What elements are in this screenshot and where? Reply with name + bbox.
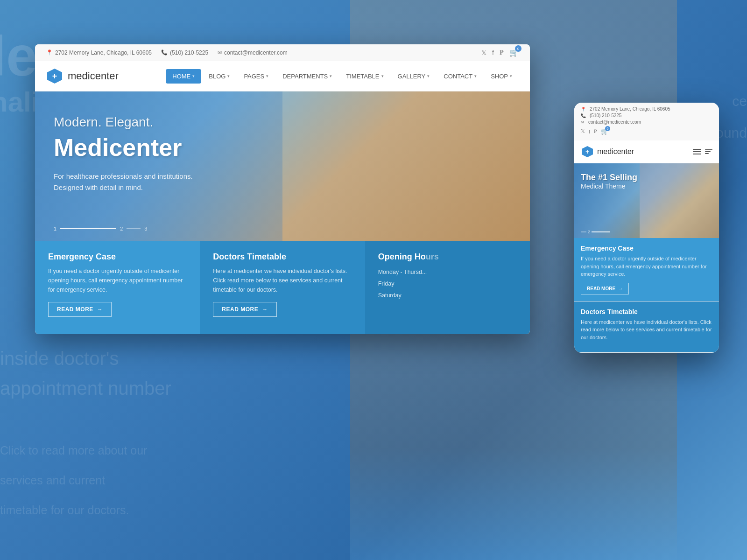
menu-departments[interactable]: DEPARTMENTS ▾ — [276, 69, 338, 84]
contact-chevron-icon: ▾ — [474, 74, 477, 78]
hero-content: Modern. Elegant. Medicenter For healthca… — [35, 91, 530, 217]
mobile-slide-bar-2[interactable] — [592, 231, 610, 232]
facebook-icon[interactable]: f — [492, 49, 494, 56]
pages-chevron-icon: ▾ — [266, 74, 268, 78]
menu-blog[interactable]: BLOG ▾ — [202, 69, 236, 84]
mobile-location-icon: 📍 — [581, 107, 586, 112]
saturday-hours: Saturday — [378, 290, 517, 301]
mobile-pinterest-icon[interactable]: 𝐏 — [594, 128, 597, 134]
mobile-logo-plus: + — [585, 148, 589, 155]
emergency-card-title: Emergency Case — [48, 252, 187, 262]
menu-blog-label: BLOG — [209, 73, 226, 80]
emergency-card-text: If you need a doctor urgently outside of… — [48, 266, 187, 294]
blog-chevron-icon: ▾ — [227, 74, 230, 78]
mobile-topbar: 📍 2702 Memory Lane, Chicago, IL 60605 📞 … — [574, 103, 719, 140]
timetable-card-text: Here at medicenter we have individual do… — [213, 266, 352, 294]
emergency-card: Emergency Case If you need a doctor urge… — [35, 241, 200, 334]
mobile-address: 2702 Memory Lane, Chicago, IL 60605 — [590, 106, 670, 112]
hero-title: Medicenter — [54, 133, 511, 161]
monday-hours: Monday - Thursd... — [378, 266, 517, 278]
phone-text: (510) 210-5225 — [170, 49, 208, 56]
mobile-logo-hexagon: + — [581, 145, 594, 158]
menu-timetable[interactable]: TIMETABLE ▾ — [339, 69, 390, 84]
mobile-timetable-card: Doctors Timetable Here at medicenter we … — [574, 301, 719, 353]
mobile-slide-bar-1[interactable] — [581, 231, 586, 232]
mobile-mockup: 📍 2702 Memory Lane, Chicago, IL 60605 📞 … — [574, 103, 719, 353]
menu-departments-label: DEPARTMENTS — [282, 73, 328, 80]
mobile-twitter-icon[interactable]: 𝕏 — [581, 128, 585, 134]
mobile-logo: + medicenter — [581, 145, 634, 158]
logo-hexagon: + — [46, 68, 63, 84]
mobile-emergency-btn-arrow: → — [618, 286, 623, 291]
mobile-timetable-title: Doctors Timetable — [581, 308, 712, 315]
slide-num-1: 1 — [54, 226, 56, 231]
menu-gallery[interactable]: GALLERY ▾ — [391, 69, 437, 84]
mobile-email-icon: ✉ — [581, 120, 585, 125]
mobile-email: contact@medicenter.com — [588, 119, 641, 125]
mobile-facebook-icon[interactable]: f — [589, 129, 590, 134]
filter-icon[interactable] — [705, 149, 712, 154]
topbar-left: 📍 2702 Memory Lane, Chicago, IL 60605 📞 … — [46, 49, 288, 56]
mobile-emergency-btn-label: READ MORE — [587, 286, 615, 291]
main-menu: HOME ▾ BLOG ▾ PAGES ▾ DEPARTMENTS ▾ TIME… — [166, 69, 519, 84]
email-icon: ✉ — [218, 49, 222, 56]
mobile-phone-row: 📞 (510) 210-5225 — [581, 113, 712, 118]
friday-hours: Friday — [378, 278, 517, 290]
mobile-hero-title-line1: The #1 Selling — [581, 173, 712, 182]
hero-desc-line1: For healthcare professionals and institu… — [54, 172, 193, 180]
pinterest-icon[interactable]: 𝐏 — [500, 49, 504, 56]
menu-pages-label: PAGES — [244, 73, 264, 80]
mobile-emergency-card: Emergency Case If you need a doctor urge… — [574, 238, 719, 301]
site-topbar: 📍 2702 Memory Lane, Chicago, IL 60605 📞 … — [35, 44, 530, 61]
topbar-right: 𝕏 f 𝐏 🛒 0 — [481, 48, 519, 57]
mobile-cart-badge: 0 — [605, 126, 610, 131]
opening-hours-schedule: Monday - Thursd... Friday Saturday — [378, 266, 517, 301]
logo-plus: + — [52, 71, 57, 81]
mobile-social-row: 𝕏 f 𝐏 🛒 0 — [581, 126, 712, 137]
email-item: ✉ contact@medicenter.com — [218, 49, 288, 56]
slide-bar-2[interactable] — [127, 228, 141, 229]
slide-num-3: 3 — [144, 226, 147, 231]
site-logo: + medicenter — [46, 68, 119, 84]
slide-bar-1[interactable] — [60, 228, 116, 229]
hero-description: For healthcare professionals and institu… — [54, 171, 240, 193]
hero-section: Modern. Elegant. Medicenter For healthca… — [35, 91, 530, 241]
menu-home[interactable]: HOME ▾ — [166, 69, 201, 84]
menu-contact[interactable]: CONTACT ▾ — [437, 69, 483, 84]
main-nav: + medicenter HOME ▾ BLOG ▾ PAGES ▾ DEPAR… — [35, 61, 530, 91]
home-chevron-icon: ▾ — [192, 74, 195, 78]
emergency-read-more-button[interactable]: READ MORE → — [48, 302, 112, 317]
shop-chevron-icon: ▾ — [510, 74, 512, 78]
mobile-slide-indicators: 2 — [581, 230, 610, 234]
location-icon: 📍 — [46, 49, 53, 56]
hero-desc-line2: Designed with detail in mind. — [54, 183, 143, 191]
mobile-phone-icon: 📞 — [581, 113, 586, 118]
info-cards-section: Emergency Case If you need a doctor urge… — [35, 241, 530, 334]
emergency-btn-arrow: → — [97, 306, 103, 313]
desktop-browser-mockup: 📍 2702 Memory Lane, Chicago, IL 60605 📞 … — [35, 44, 530, 334]
bg-text-bottom-left: inside doctor'sappointment number Click … — [0, 343, 187, 523]
mobile-hero-title-line2: Medical Theme — [581, 182, 712, 190]
twitter-icon[interactable]: 𝕏 — [481, 49, 486, 56]
mobile-address-row: 📍 2702 Memory Lane, Chicago, IL 60605 — [581, 106, 712, 112]
menu-contact-label: CONTACT — [444, 73, 472, 80]
timetable-read-more-button[interactable]: READ MORE → — [213, 302, 276, 317]
mobile-slide-num: 2 — [588, 230, 590, 234]
menu-gallery-label: GALLERY — [398, 73, 426, 80]
mobile-hero-section: The #1 Selling Medical Theme 2 — [574, 163, 719, 238]
menu-shop[interactable]: SHOP ▾ — [484, 69, 519, 84]
mobile-cart-icon[interactable]: 🛒 0 — [601, 128, 608, 135]
opening-hours-card: Opening Hours Monday - Thursd... Friday … — [365, 241, 530, 334]
timetable-chevron-icon: ▾ — [381, 74, 384, 78]
hamburger-menu-icon[interactable] — [693, 149, 701, 154]
phone-item: 📞 (510) 210-5225 — [161, 49, 208, 56]
opening-hours-title: Opening Hours — [378, 252, 517, 262]
mobile-emergency-text: If you need a doctor urgently outside of… — [581, 255, 712, 278]
cart-icon[interactable]: 🛒 0 — [509, 48, 519, 57]
menu-pages[interactable]: PAGES ▾ — [237, 69, 275, 84]
slide-num-2: 2 — [120, 226, 123, 231]
mobile-phone: (510) 210-5225 — [590, 113, 621, 118]
menu-shop-label: SHOP — [491, 73, 508, 80]
email-text: contact@medicenter.com — [224, 49, 288, 56]
mobile-emergency-btn[interactable]: READ MORE → — [581, 283, 629, 294]
